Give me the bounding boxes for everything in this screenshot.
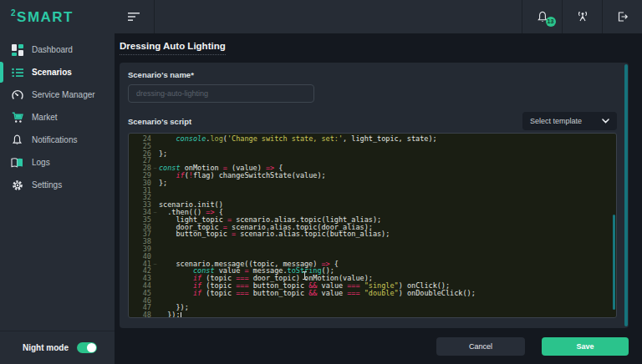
night-mode-section: Night mode xyxy=(0,331,115,364)
content-area: Dressing Auto Lighting Scenario's name* … xyxy=(115,33,642,364)
script-code-editor[interactable]: 24 console.log('Change switch state, set… xyxy=(128,133,617,318)
chevron-down-icon xyxy=(602,119,609,124)
sidebar-spacer xyxy=(0,196,115,331)
sidebar-item-logs[interactable]: Logs xyxy=(0,151,115,174)
code-line: 29 if(!flag) changeSwitchState(value); xyxy=(129,172,616,179)
code-line: 47 }); xyxy=(129,304,616,311)
scenario-script-label: Scenario's script xyxy=(128,117,191,126)
sidebar: 2SMART DashboardScenariosService Manager… xyxy=(0,0,115,364)
code-text: button_topic = scenario.alias.topic(butt… xyxy=(159,230,390,238)
scenarios-icon xyxy=(11,66,23,78)
scenario-name-label: Scenario's name* xyxy=(128,70,617,79)
fold-column xyxy=(151,216,159,224)
topbar: 13 xyxy=(115,0,642,33)
sidebar-item-label: Service Manager xyxy=(32,90,95,99)
fold-column xyxy=(151,304,159,311)
fold-column xyxy=(151,172,159,179)
page-scrollbar[interactable] xyxy=(624,64,628,326)
fold-column xyxy=(151,230,159,238)
fold-marker-icon[interactable]: ‒ xyxy=(151,164,159,172)
code-line: 24 console.log('Change switch state, set… xyxy=(129,135,616,143)
fold-column xyxy=(151,201,159,209)
code-text: console.log('Change switch state, set:',… xyxy=(159,135,437,143)
code-line: 46 xyxy=(129,297,616,305)
scenario-name-input[interactable] xyxy=(128,84,314,103)
fold-column xyxy=(151,143,159,150)
fold-column xyxy=(151,253,159,260)
sidebar-item-label: Market xyxy=(32,113,58,122)
sidebar-item-label: Scenarios xyxy=(32,68,72,77)
notifications-badge: 13 xyxy=(546,17,556,27)
sidebar-collapse-button[interactable] xyxy=(115,0,155,33)
topbar-spacer xyxy=(155,0,522,33)
night-mode-label: Night mode xyxy=(23,343,69,352)
sidebar-nav: DashboardScenariosService ManagerMarketN… xyxy=(0,38,115,196)
fold-column xyxy=(151,245,159,253)
sidebar-item-label: Logs xyxy=(32,158,50,167)
code-line: 48 }); xyxy=(129,311,616,318)
fold-column xyxy=(151,150,159,158)
night-mode-toggle[interactable] xyxy=(77,342,97,353)
scenario-card: Scenario's name* Scenario's script Selec… xyxy=(120,63,629,328)
sidebar-item-label: Notifications xyxy=(32,135,77,144)
sidebar-item-market[interactable]: Market xyxy=(0,106,115,129)
cancel-button[interactable]: Cancel xyxy=(436,337,525,356)
template-select-value: Select template xyxy=(530,117,582,125)
script-row: Scenario's script Select template xyxy=(128,112,617,130)
editor-caret xyxy=(181,312,181,318)
notifications-button[interactable]: 13 xyxy=(522,0,562,33)
logo-sup: 2 xyxy=(11,8,17,18)
code-line: 30}; xyxy=(129,179,616,187)
fold-column xyxy=(151,187,159,195)
code-line: 45 if (topic === button_topic && value =… xyxy=(129,290,616,297)
logout-button[interactable] xyxy=(602,0,642,33)
dashboard-icon xyxy=(11,43,23,56)
form-actions: Cancel Save xyxy=(120,328,629,364)
save-button[interactable]: Save xyxy=(542,337,629,356)
logo-text: SMART xyxy=(17,8,74,24)
code-line: 37 button_topic = scenario.alias.topic(b… xyxy=(129,230,616,238)
code-line: 26}; xyxy=(129,150,616,158)
code-line: 39 xyxy=(129,245,616,253)
sidebar-item-service-manager[interactable]: Service Manager xyxy=(0,83,115,106)
logout-icon xyxy=(616,11,629,23)
logo-section: 2SMART xyxy=(0,0,115,33)
sidebar-item-notifications[interactable]: Notifications xyxy=(0,129,115,151)
template-select[interactable]: Select template xyxy=(522,112,617,130)
fold-marker-icon[interactable]: ‒ xyxy=(151,260,159,268)
fold-column xyxy=(151,282,159,290)
broadcast-button[interactable] xyxy=(562,0,602,33)
fold-column xyxy=(151,179,159,187)
page-title: Dressing Auto Lighting xyxy=(120,41,226,55)
fold-column xyxy=(151,297,159,305)
code-line: 25 xyxy=(129,143,616,150)
code-text: }); xyxy=(159,311,181,318)
code-text: if(!flag) changeSwitchState(value); xyxy=(159,172,326,179)
fold-column xyxy=(151,194,159,201)
market-icon xyxy=(11,111,23,124)
app-logo[interactable]: 2SMART xyxy=(11,8,74,26)
sidebar-item-dashboard[interactable]: Dashboard xyxy=(0,38,115,61)
notifications-icon xyxy=(11,134,23,146)
bell-icon: 13 xyxy=(537,11,548,23)
code-text: }; xyxy=(159,150,167,158)
hamburger-icon xyxy=(128,12,141,22)
fold-column xyxy=(151,224,159,231)
sidebar-item-scenarios[interactable]: Scenarios xyxy=(0,61,115,83)
editor-scrollbar[interactable] xyxy=(613,215,615,310)
logs-icon xyxy=(11,156,23,169)
fold-marker-icon[interactable]: ‒ xyxy=(151,209,159,216)
main-column: 13 Dressing Auto Lighting Scenario's nam… xyxy=(115,0,642,364)
sidebar-item-label: Dashboard xyxy=(32,45,73,54)
sidebar-item-settings[interactable]: Settings xyxy=(0,174,115,196)
antenna-icon xyxy=(576,10,589,23)
code-text: }; xyxy=(159,179,167,187)
fold-column xyxy=(151,290,159,297)
code-text: if (topic === button_topic && value === … xyxy=(159,290,476,297)
fold-column xyxy=(151,157,159,164)
fold-column xyxy=(151,135,159,143)
settings-icon xyxy=(11,179,23,191)
fold-column xyxy=(151,267,159,275)
fold-column xyxy=(151,275,159,282)
text-cursor-icon xyxy=(303,271,307,280)
